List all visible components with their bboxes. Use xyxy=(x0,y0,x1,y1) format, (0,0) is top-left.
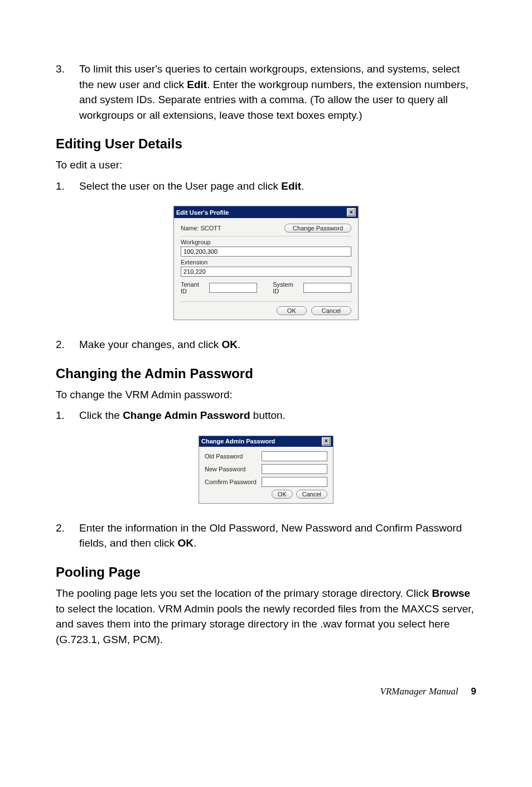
heading-editing-user-details: Editing User Details xyxy=(56,136,476,152)
bold-text: Browse xyxy=(432,587,471,599)
system-id-label: System ID xyxy=(273,281,301,294)
name-label: Name: SCOTT xyxy=(181,225,221,231)
step-body: To limit this user's queries to certain … xyxy=(79,61,476,123)
text: Make your changes, and click xyxy=(79,339,222,350)
cancel-button[interactable]: Cancel xyxy=(296,490,327,499)
dialog-edit-users-profile: Edit User's Profile × Name: SCOTT Change… xyxy=(173,206,359,320)
footer-page-number: 9 xyxy=(471,686,476,697)
new-password-input[interactable] xyxy=(262,464,327,474)
ok-button[interactable]: OK xyxy=(277,306,307,315)
step-body: Make your changes, and click OK. xyxy=(79,337,476,353)
paragraph-pooling: The pooling page lets you set the locati… xyxy=(56,586,476,647)
text: . xyxy=(238,339,240,350)
step-body: Click the Change Admin Password button. xyxy=(79,408,476,423)
paragraph: To edit a user: xyxy=(56,157,476,173)
footer-title: VRManager Manual xyxy=(380,686,458,697)
ok-button[interactable]: OK xyxy=(272,490,293,499)
text: The pooling page lets you set the locati… xyxy=(56,587,432,599)
extension-label: Extension xyxy=(181,259,351,265)
cancel-button[interactable]: Cancel xyxy=(311,306,351,315)
dialog-change-admin-password: Change Admin Password × Old Password New… xyxy=(199,436,333,504)
old-password-input[interactable] xyxy=(262,451,327,461)
step-body: Enter the information in the Old Passwor… xyxy=(79,520,476,551)
list-item-changing-step2: 2. Enter the information in the Old Pass… xyxy=(56,520,476,551)
text: to select the location. VRM Admin pools … xyxy=(56,603,474,645)
list-item-step3: 3. To limit this user's queries to certa… xyxy=(56,61,476,123)
bold-text: Edit xyxy=(187,79,207,90)
system-id-input[interactable] xyxy=(303,283,351,293)
dialog-title: Change Admin Password xyxy=(201,438,275,445)
bold-text: OK xyxy=(177,537,194,549)
step-body: Select the user on the User page and cli… xyxy=(79,178,476,194)
text: . xyxy=(301,180,304,192)
text: button. xyxy=(250,409,286,421)
divider xyxy=(181,236,351,236)
close-icon[interactable]: × xyxy=(322,437,331,446)
dialog-title: Edit User's Profile xyxy=(176,209,229,216)
list-item-editing-step2: 2. Make your changes, and click OK. xyxy=(56,337,476,353)
step-number: 2. xyxy=(56,337,79,353)
tenant-id-input[interactable] xyxy=(209,283,257,293)
change-password-button[interactable]: Change Password xyxy=(284,224,351,233)
bold-text: Edit xyxy=(281,180,301,192)
bold-text: OK xyxy=(222,339,238,350)
workgroup-label: Workgroup xyxy=(181,239,351,245)
old-password-label: Old Password xyxy=(205,453,258,460)
dialog-titlebar: Change Admin Password × xyxy=(199,436,333,447)
step-number: 1. xyxy=(56,178,79,194)
text: Select the user on the User page and cli… xyxy=(79,180,281,192)
step-number: 2. xyxy=(56,520,79,551)
tenant-id-label: Tenant ID xyxy=(181,281,206,294)
close-icon[interactable]: × xyxy=(347,208,356,216)
text: . xyxy=(194,537,196,549)
confirm-password-input[interactable] xyxy=(262,477,327,487)
confirm-password-label: Comfirm Password xyxy=(205,479,258,485)
list-item-changing-step1: 1. Click the Change Admin Password butto… xyxy=(56,408,476,423)
text: Enter the information in the Old Passwor… xyxy=(79,522,462,549)
page-footer: VRManager Manual 9 xyxy=(56,686,476,697)
list-item-editing-step1: 1. Select the user on the User page and … xyxy=(56,178,476,194)
heading-pooling-page: Pooling Page xyxy=(56,564,476,580)
heading-changing-admin-password: Changing the Admin Password xyxy=(56,366,476,382)
paragraph: To change the VRM Admin password: xyxy=(56,387,476,403)
dialog-titlebar: Edit User's Profile × xyxy=(174,206,358,218)
step-number: 3. xyxy=(56,61,79,123)
bold-text: Change Admin Password xyxy=(123,409,250,421)
text: Click the xyxy=(79,409,123,421)
new-password-label: New Password xyxy=(205,466,258,472)
workgroup-input[interactable] xyxy=(181,247,351,257)
step-number: 1. xyxy=(56,408,79,423)
extension-input[interactable] xyxy=(181,267,351,277)
